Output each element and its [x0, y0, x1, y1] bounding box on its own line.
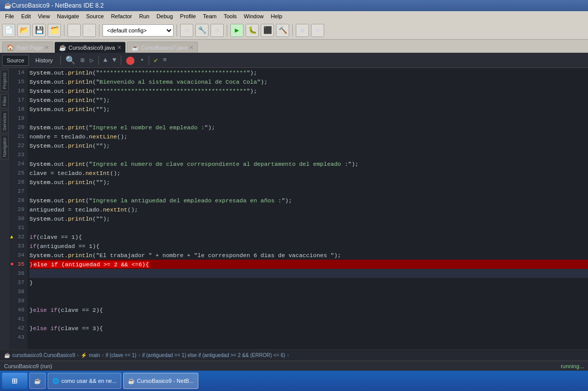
code-line-18: System.out.println("");: [29, 104, 588, 114]
src-sep1: [60, 56, 61, 65]
next-error-icon[interactable]: ▷: [88, 56, 95, 64]
code-line-31: [29, 223, 588, 232]
vtab-files[interactable]: Files: [1, 94, 9, 109]
gutter-line-36: 36: [9, 269, 27, 278]
sep1: [64, 24, 64, 37]
breadcrumb-if1: if (clave == 1): [106, 352, 136, 358]
debug-button[interactable]: 🐛: [246, 24, 259, 37]
taskbar-netbeans-icon[interactable]: ☕: [29, 373, 46, 389]
vtab-navigator[interactable]: Navigator: [1, 135, 9, 160]
code-line-16: System.out.println("********************…: [29, 86, 588, 95]
menu-item-edit[interactable]: Edit: [18, 12, 34, 20]
code-editor[interactable]: System.out.println("********************…: [27, 68, 588, 349]
menu-item-refactor[interactable]: Refactor: [108, 12, 135, 20]
source-tab[interactable]: Source: [2, 55, 29, 66]
run-status-text: running...: [561, 363, 584, 369]
gutter-line-17: 17: [9, 95, 27, 104]
gutter-line-37: 37: [9, 278, 27, 287]
taskbar-netbeans-btn[interactable]: ☕ CursoBasico9 - NetB...: [123, 373, 198, 389]
menu-item-source[interactable]: Source: [83, 12, 107, 20]
gutter-line-38: 38: [9, 287, 27, 296]
src-sep2: [98, 56, 99, 65]
code-line-40: } else if(clave == 2){: [29, 305, 588, 314]
menu-item-team[interactable]: Team: [200, 12, 220, 20]
title-bar: ☕ CursoBasico9 - NetBeans IDE 8.2: [0, 0, 588, 11]
tab-icon: 🏠: [7, 44, 14, 51]
gutter-line-34: 34: [9, 251, 27, 260]
save-all-button[interactable]: 🗂️: [48, 24, 61, 37]
extra-button2[interactable]: ⊕: [311, 24, 324, 37]
format-icon[interactable]: ≡: [161, 56, 168, 64]
menu-item-file[interactable]: File: [2, 12, 17, 20]
run-status: running...: [561, 363, 584, 369]
extra-button1[interactable]: ◉: [296, 24, 309, 37]
gutter-line-18: 18: [9, 104, 27, 114]
run-button[interactable]: ▶: [230, 24, 244, 37]
code-line-39: [29, 296, 588, 305]
save-button[interactable]: 💾: [32, 24, 46, 37]
code-line-14: System.out.println("********************…: [29, 68, 588, 77]
down-icon[interactable]: ▼: [111, 56, 118, 64]
menu-item-help[interactable]: Help: [268, 12, 286, 20]
gutter-line-43: 43: [9, 333, 27, 342]
tab-start-page[interactable]: 🏠Start Page✕: [2, 42, 53, 53]
code-line-36: [29, 269, 588, 278]
sep5: [292, 24, 293, 37]
check-icon[interactable]: ✔: [152, 56, 159, 64]
toggle-bookmark-icon[interactable]: ⊞: [79, 56, 86, 64]
gutter-line-33: 33: [9, 241, 27, 251]
stop-button[interactable]: ⬛: [261, 24, 274, 37]
up-icon[interactable]: ▲: [102, 56, 109, 64]
redo-button[interactable]: ↪: [83, 24, 96, 37]
code-line-15: System.out.println("Bienvenido al sistem…: [29, 77, 588, 86]
window-button[interactable]: ⊞: [211, 24, 224, 37]
code-line-29: antiguedad = teclado.nextInt();: [29, 205, 588, 214]
gutter-line-32: ▲32: [9, 232, 27, 241]
build-button[interactable]: 🔨: [276, 24, 289, 37]
title-icon: ☕: [4, 2, 12, 9]
stop-record-icon[interactable]: ⬤: [124, 55, 136, 65]
config-dropdown[interactable]: <default config>: [102, 24, 174, 37]
nb-icon: ☕: [34, 378, 41, 384]
tab-close-icon[interactable]: ✕: [189, 45, 193, 50]
vtab-services[interactable]: Services: [1, 111, 9, 133]
menu-item-window[interactable]: Window: [241, 12, 267, 20]
breadcrumb-class: cursobasico9.CursoBasico9: [12, 352, 75, 358]
gutter-line-16: 16: [9, 86, 27, 95]
tab-icon: ☕: [131, 44, 139, 51]
history-tab[interactable]: History: [31, 55, 57, 66]
magnify-icon[interactable]: 🔍: [64, 55, 77, 65]
gutter-line-30: 30: [9, 214, 27, 223]
tools-button[interactable]: 🔧: [195, 24, 209, 37]
square-icon[interactable]: ▪: [139, 56, 146, 64]
menu-item-debug[interactable]: Debug: [153, 12, 176, 20]
tab-cursobasico9[interactable]: ☕CursoBasico9.java✕: [54, 42, 126, 53]
menu-item-view[interactable]: View: [35, 12, 53, 20]
menu-item-profile[interactable]: Profile: [177, 12, 199, 20]
menu-item-tools[interactable]: Tools: [221, 12, 240, 20]
undo-button[interactable]: ↩: [67, 24, 81, 37]
gutter-line-20: 20: [9, 123, 27, 132]
window-title: CursoBasico9 - NetBeans IDE 8.2: [12, 2, 103, 9]
open-button[interactable]: 📂: [17, 24, 30, 37]
code-line-17: System.out.println("");: [29, 95, 588, 104]
code-line-26: System.out.println("");: [29, 177, 588, 187]
taskbar-chrome-btn[interactable]: 🌐 como usar && en ne...: [48, 373, 121, 389]
vtab-projects[interactable]: Projects: [1, 70, 9, 92]
new-button[interactable]: 📄: [2, 24, 15, 37]
start-button[interactable]: ⊞: [2, 373, 27, 389]
src-sep4: [149, 56, 149, 65]
tab-cursobasico7[interactable]: ☕CursoBasico7.java✕: [127, 42, 198, 53]
code-line-34: System.out.println("El trabajador " + no…: [29, 251, 588, 260]
menu-item-navigate[interactable]: Navigate: [54, 12, 82, 20]
breadcrumb-method: main: [89, 352, 100, 358]
menu-item-run[interactable]: Run: [136, 12, 152, 20]
profile-button[interactable]: ⚙: [180, 24, 193, 37]
code-line-21: nombre = teclado.nextLine();: [29, 132, 588, 141]
sep2: [99, 24, 99, 37]
tab-close-icon[interactable]: ✕: [45, 45, 49, 50]
tab-close-icon[interactable]: ✕: [117, 45, 121, 50]
breadcrumb-bar: ☕ cursobasico9.CursoBasico9 › ⚡ main › i…: [0, 349, 588, 361]
sep3: [177, 24, 177, 37]
code-line-22: System.out.println("");: [29, 141, 588, 150]
